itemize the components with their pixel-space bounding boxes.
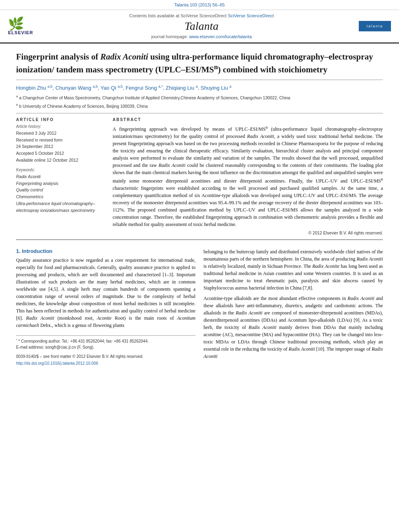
elsevier-text: ELSEVIER — [8, 30, 33, 35]
paper-title: Fingerprint analysis of Radix Aconiti us… — [16, 51, 383, 76]
journal-homepage: journal homepage: www.elsevier.com/locat… — [44, 34, 359, 39]
journal-citation: Talanta 103 (2013) 56–65 — [174, 2, 224, 7]
keyword-2: Fingerprinting analysis — [16, 180, 105, 187]
copyright: © 2012 Elsevier B.V. All rights reserved… — [113, 230, 383, 235]
divider-after-title — [16, 80, 383, 80]
footnote-email: E-mail address: songfr@ciac.jl.cn (F. So… — [16, 344, 195, 350]
accepted-date: Accepted 5 October 2012 — [16, 150, 105, 157]
footnote-section: * * Corresponding author. Tel.: +86 431 … — [16, 335, 195, 366]
article-dates: Received 3 July 2012 Received in revised… — [16, 130, 105, 164]
keywords-label: Keywords: — [16, 168, 105, 172]
journal-header: Talanta 103 (2013) 56–65 🌿 ELSEVIER Cont… — [0, 0, 399, 43]
keyword-1: Radix Aconiti — [16, 173, 105, 180]
journal-banner: 🌿 ELSEVIER Contents lists available at S… — [0, 10, 399, 43]
homepage-link[interactable]: www.elsevier.com/locate/talanta — [189, 34, 252, 39]
title-italic: Radix Aconiti — [100, 52, 148, 62]
contents-line: Contents lists available at SciVerse Sci… — [44, 13, 359, 18]
keyword-4: Chemometrics — [16, 193, 105, 200]
keyword-5: Ultra-performance liquid chromatography–… — [16, 200, 105, 214]
footnote-issn: 0039-9140/$ – see front matter © 2012 El… — [16, 353, 195, 359]
article-history: Article history: Received 3 July 2012 Re… — [16, 124, 105, 164]
footnote-corresponding: * * Corresponding author. Tel.: +86 431 … — [16, 338, 195, 344]
keywords-block: Keywords: Radix Aconiti Fingerprinting a… — [16, 168, 105, 214]
sciversedirect-link[interactable]: SciVerse ScienceDirect — [228, 13, 274, 18]
elsevier-logo: 🌿 ELSEVIER — [8, 17, 44, 35]
journal-citation-bar: Talanta 103 (2013) 56–65 — [0, 0, 399, 10]
keywords-list: Radix Aconiti Fingerprinting analysis Qu… — [16, 173, 105, 214]
article-info-abstract: ARTICLE INFO Article history: Received 3… — [16, 117, 383, 235]
intro-para-1: Quality assurance practice is now regard… — [16, 257, 195, 329]
authors: Hongbin Zhu a,b, Chunyan Wang a,b, Yao Q… — [16, 84, 383, 92]
talanta-logo: talanta — [359, 21, 391, 31]
paper-content: Fingerprint analysis of Radix Aconiti us… — [0, 43, 399, 374]
doi-line: http://dx.doi.org/10.1016/j.talanta.2012… — [16, 361, 195, 366]
journal-name: Talanta — [44, 20, 359, 33]
divider-after-affiliations — [16, 113, 383, 113]
intro-para-2: belonging to the buttercup family and di… — [204, 248, 383, 292]
title-plain: Fingerprint analysis of — [16, 52, 100, 62]
affiliation-b: b b University of Chinese Academy of Sci… — [16, 103, 383, 109]
abstract-col: ABSTRACT A fingerprinting approach was d… — [113, 117, 383, 235]
journal-banner-center: Contents lists available at SciVerse Sci… — [44, 13, 359, 39]
divider-body — [16, 239, 383, 240]
received-date: Received 3 July 2012 — [16, 130, 105, 137]
section1-heading: 1. Introduction — [16, 248, 195, 254]
article-info-heading: ARTICLE INFO — [16, 117, 105, 122]
history-label: Article history: — [16, 124, 105, 129]
article-info-col: ARTICLE INFO Article history: Received 3… — [16, 117, 105, 235]
doi-link[interactable]: http://dx.doi.org/10.1016/j.talanta.2012… — [16, 361, 98, 366]
abstract-heading: ABSTRACT — [113, 117, 383, 122]
body-col-left: 1. Introduction Quality assurance practi… — [16, 248, 195, 366]
body-section: 1. Introduction Quality assurance practi… — [16, 248, 383, 366]
body-col-right: belonging to the buttercup family and di… — [204, 248, 383, 366]
affiliation-a: a a Changchun Center of Mass Spectrometr… — [16, 94, 383, 101]
intro-para-3: Aconitine-type alkaloids are the most ab… — [204, 295, 383, 360]
abstract-text: A fingerprinting approach was developed … — [113, 124, 383, 228]
keyword-3: Quality control — [16, 187, 105, 193]
available-date: Available online 12 October 2012 — [16, 157, 105, 164]
revised-date: Received in revised form24 September 201… — [16, 137, 105, 150]
